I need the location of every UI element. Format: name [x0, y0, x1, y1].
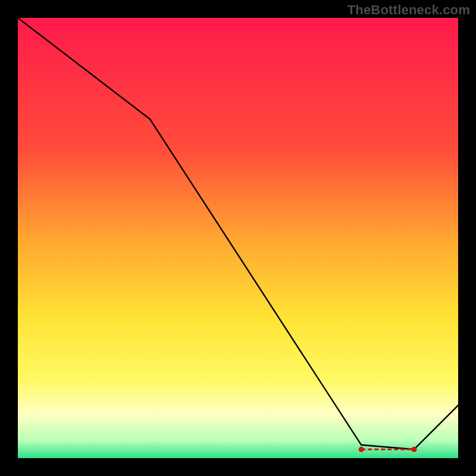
chart-background — [18, 18, 458, 458]
optimal-band-start-dot — [359, 447, 364, 452]
line-chart — [18, 18, 458, 458]
plot-area — [18, 18, 458, 458]
optimal-band-end-dot — [412, 447, 417, 452]
chart-frame: TheBottleneck.com — [0, 0, 476, 476]
watermark-label: TheBottleneck.com — [347, 2, 470, 18]
